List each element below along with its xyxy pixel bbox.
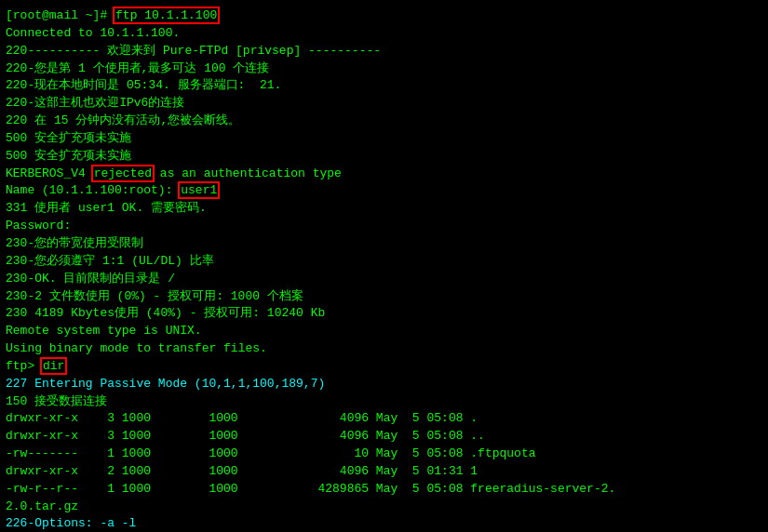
command-line: [root@mail ~]# ftp 10.1.1.100 <box>6 7 762 25</box>
dir-entry-3: -rw------- 1 1000 1000 10 May 5 05:08 .f… <box>6 446 762 463</box>
error-line-2: 500 安全扩充项未实施 <box>6 148 762 166</box>
binary-mode-line: Using binary mode to transfer files. <box>6 340 762 358</box>
options-line: 226-Options: -a -l <box>6 515 762 532</box>
kerberos-line: KERBEROS_V4 rejected as an authenticatio… <box>6 166 762 183</box>
reply-230-1: 230-您的带宽使用受限制 <box>6 235 762 253</box>
banner-line-3: 220-现在本地时间是 05:34. 服务器端口: 21. <box>6 77 762 95</box>
accept-data-line: 150 接受数据连接 <box>6 393 762 411</box>
dir-entry-5-cont: 2.0.tar.gz <box>6 499 762 516</box>
dir-entry-5: -rw-r--r-- 1 1000 1000 4289865 May 5 05:… <box>6 481 762 499</box>
dir-command-box: dir <box>42 359 65 373</box>
error-line-1: 500 安全扩充项未实施 <box>6 130 762 148</box>
banner-line-5: 220 在 15 分钟内没有活动,您被会断线。 <box>6 113 762 130</box>
reply-230-2: 230-您必须遵守 1:1 (UL/DL) 比率 <box>6 253 762 271</box>
name-prompt-line: Name (10.1.1.100:root): user1 <box>6 182 762 200</box>
rejected-box: rejected <box>93 166 153 180</box>
reply-331: 331 使用者 user1 OK. 需要密码. <box>6 200 762 218</box>
ftp-dir-command: ftp> dir <box>6 358 762 376</box>
banner-line-1: 220---------- 欢迎来到 Pure-FTPd [privsep] -… <box>6 43 762 60</box>
dir-entry-4: drwxr-xr-x 2 1000 1000 4096 May 5 01:31 … <box>6 463 762 481</box>
ftp-command-box: ftp 10.1.1.100 <box>115 8 218 22</box>
passive-mode-line: 227 Entering Passive Mode (10,1,1,100,18… <box>6 376 762 393</box>
remote-system-line: Remote system type is UNIX. <box>6 323 762 340</box>
dir-entry-1: drwxr-xr-x 3 1000 1000 4096 May 5 05:08 … <box>6 410 762 428</box>
reply-230-5: 230 4189 Kbytes使用 (40%) - 授权可用: 10240 Kb <box>6 305 762 323</box>
banner-line-2: 220-您是第 1 个使用者,最多可达 100 个连接 <box>6 60 762 78</box>
banner-line-4: 220-这部主机也欢迎IPv6的连接 <box>6 95 762 113</box>
terminal-window: [root@mail ~]# ftp 10.1.1.100 Connected … <box>6 7 762 532</box>
reply-230-4: 230-2 文件数使用 (0%) - 授权可用: 1000 个档案 <box>6 288 762 306</box>
dir-entry-2: drwxr-xr-x 3 1000 1000 4096 May 5 05:08 … <box>6 428 762 446</box>
password-prompt: Password: <box>6 218 762 235</box>
username-box: user1 <box>180 183 218 197</box>
connected-line: Connected to 10.1.1.100. <box>6 25 762 43</box>
prompt: [root@mail ~]# <box>6 8 115 22</box>
reply-230-3: 230-OK. 目前限制的目录是 / <box>6 271 762 288</box>
